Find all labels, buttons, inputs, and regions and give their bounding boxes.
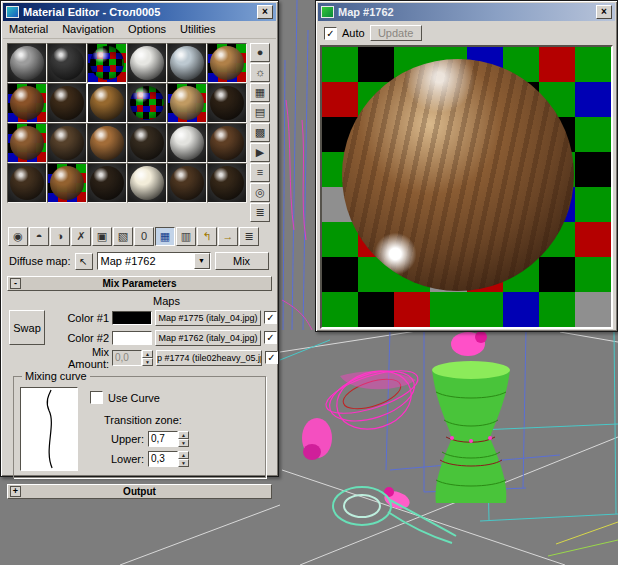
material-sample-sphere xyxy=(170,166,204,200)
material-editor-titlebar[interactable]: Material Editor - Стол0005 × xyxy=(3,3,276,21)
map-type-button[interactable]: Mix xyxy=(215,252,269,270)
material-sample-sphere xyxy=(170,46,204,80)
material-sample-slot[interactable] xyxy=(7,43,47,83)
material-sample-slot[interactable] xyxy=(207,43,247,83)
material-sample-slot[interactable] xyxy=(167,163,207,203)
reset-map-icon[interactable]: ✗ xyxy=(71,227,91,246)
mix-amount-spinner[interactable]: 0,0 ▲▼ xyxy=(112,350,153,366)
material-sample-sphere xyxy=(170,86,204,120)
material-sample-slot[interactable] xyxy=(207,163,247,203)
material-sample-sphere xyxy=(50,46,84,80)
sample-type-icon[interactable]: ● xyxy=(250,43,270,62)
auto-checkbox[interactable]: ✓ xyxy=(324,27,337,40)
get-material-icon[interactable]: ◉ xyxy=(8,227,28,246)
show-map-in-viewport-icon[interactable]: ▦ xyxy=(155,227,175,246)
material-sample-slot[interactable] xyxy=(7,123,47,163)
map-window-close-button[interactable]: × xyxy=(596,5,612,19)
map-preview-window: Map #1762 × ✓ Auto Update xyxy=(315,0,618,332)
mixing-curve-plot xyxy=(21,388,77,470)
output-rollout-title: Output xyxy=(123,486,156,497)
go-to-parent-icon[interactable]: ↰ xyxy=(197,227,217,246)
material-sample-slot[interactable] xyxy=(167,83,207,123)
spin-down-icon[interactable]: ▼ xyxy=(178,459,189,467)
sample-uv-tiling-icon[interactable]: ▤ xyxy=(250,103,270,122)
color2-swatch[interactable] xyxy=(112,331,152,345)
options-icon[interactable]: ≡ xyxy=(250,163,270,182)
mix-amount-map-button[interactable]: p #1774 (tile02heavy_05.jpg) xyxy=(156,350,262,366)
mix-parameters-rollout[interactable]: - Mix Parameters xyxy=(7,276,272,291)
expand-icon[interactable]: + xyxy=(10,486,21,497)
material-sample-slot[interactable] xyxy=(87,43,127,83)
show-end-result-icon[interactable]: ▥ xyxy=(176,227,196,246)
collapse-icon[interactable]: - xyxy=(10,278,21,289)
material-sample-slot[interactable] xyxy=(47,123,87,163)
material-sample-slot[interactable] xyxy=(207,123,247,163)
upper-spinner[interactable]: 0,7 ▲▼ xyxy=(148,431,189,447)
go-forward-to-sibling-icon[interactable]: → xyxy=(218,227,238,246)
make-unique-icon[interactable]: ▣ xyxy=(92,227,112,246)
material-sample-slot[interactable] xyxy=(127,123,167,163)
material-sample-sphere xyxy=(90,126,124,160)
checker-cell xyxy=(575,82,611,117)
output-rollout[interactable]: + Output xyxy=(7,484,272,499)
update-button[interactable]: Update xyxy=(370,25,422,41)
lower-row: Lower: 0,3 ▲▼ xyxy=(104,451,189,467)
material-sample-sphere xyxy=(50,86,84,120)
material-editor-close-button[interactable]: × xyxy=(257,5,273,19)
color2-map-checkbox[interactable]: ✓ xyxy=(264,331,277,344)
spin-down-icon[interactable]: ▼ xyxy=(142,358,153,366)
map-window-titlebar[interactable]: Map #1762 × xyxy=(318,3,615,21)
material-sample-slot[interactable] xyxy=(87,83,127,123)
material-sample-slot[interactable] xyxy=(87,123,127,163)
material-sample-slot[interactable] xyxy=(7,83,47,123)
put-to-library-icon[interactable]: ▧ xyxy=(113,227,133,246)
mix-amount-map-checkbox[interactable]: ✓ xyxy=(265,351,278,364)
material-sample-slot[interactable] xyxy=(167,123,207,163)
material-sample-sphere xyxy=(170,126,204,160)
pick-from-object-icon[interactable]: ↖ xyxy=(75,253,93,270)
background-icon[interactable]: ▦ xyxy=(250,83,270,102)
color1-swatch[interactable] xyxy=(112,311,152,325)
material-id-channel-icon[interactable]: 0 xyxy=(134,227,154,246)
material-sample-slot[interactable] xyxy=(47,163,87,203)
color2-map-button[interactable]: Map #1762 (italy_04.jpg) xyxy=(155,330,261,346)
material-sample-slot[interactable] xyxy=(7,163,47,203)
swap-button[interactable]: Swap xyxy=(9,310,45,345)
material-sample-sphere xyxy=(50,166,84,200)
menu-options[interactable]: Options xyxy=(128,23,166,35)
color1-map-button[interactable]: Map #1775 (italy_04.jpg) xyxy=(155,310,261,326)
make-preview-icon[interactable]: ▶ xyxy=(250,143,270,162)
menu-navigation[interactable]: Navigation xyxy=(62,23,114,35)
backlight-icon[interactable]: ☼ xyxy=(250,63,270,82)
map-name-dropdown[interactable]: Map #1762 ▼ xyxy=(97,252,211,270)
color1-map-checkbox[interactable]: ✓ xyxy=(264,311,277,324)
spin-up-icon[interactable]: ▲ xyxy=(142,350,153,358)
material-sample-slot[interactable] xyxy=(167,43,207,83)
material-sample-sphere xyxy=(90,86,124,120)
spin-up-icon[interactable]: ▲ xyxy=(178,451,189,459)
material-sample-slot[interactable] xyxy=(87,163,127,203)
put-material-to-scene-icon[interactable]: ◓ xyxy=(29,227,49,246)
material-sample-slot[interactable] xyxy=(47,83,87,123)
material-sample-slot[interactable] xyxy=(47,43,87,83)
material-sample-slot[interactable] xyxy=(127,163,167,203)
material-map-navigator-icon[interactable]: ≣ xyxy=(250,203,270,222)
menu-material[interactable]: Material xyxy=(9,23,48,35)
video-color-check-icon[interactable]: ▩ xyxy=(250,123,270,142)
lower-spinner[interactable]: 0,3 ▲▼ xyxy=(148,451,189,467)
material-sample-slot[interactable] xyxy=(127,83,167,123)
spin-up-icon[interactable]: ▲ xyxy=(178,431,189,439)
material-sample-slot[interactable] xyxy=(127,43,167,83)
select-by-material-icon[interactable]: ◎ xyxy=(250,183,270,202)
mixing-curve-controls: Use Curve Transition zone: Upper: 0,7 ▲▼… xyxy=(90,387,189,471)
assign-material-to-selection-icon[interactable]: ◑ xyxy=(50,227,70,246)
material-sample-slot[interactable] xyxy=(207,83,247,123)
spin-down-icon[interactable]: ▼ xyxy=(178,439,189,447)
sample-slots-side-toolbar: ●☼▦▤▩▶≡◎≣ xyxy=(250,43,271,222)
menu-utilities[interactable]: Utilities xyxy=(180,23,215,35)
checker-cell xyxy=(575,152,611,187)
lower-value: 0,3 xyxy=(148,451,178,467)
material-map-navigator-icon[interactable]: ≣ xyxy=(239,227,259,246)
use-curve-checkbox[interactable] xyxy=(90,391,103,404)
chevron-down-icon[interactable]: ▼ xyxy=(194,253,210,269)
